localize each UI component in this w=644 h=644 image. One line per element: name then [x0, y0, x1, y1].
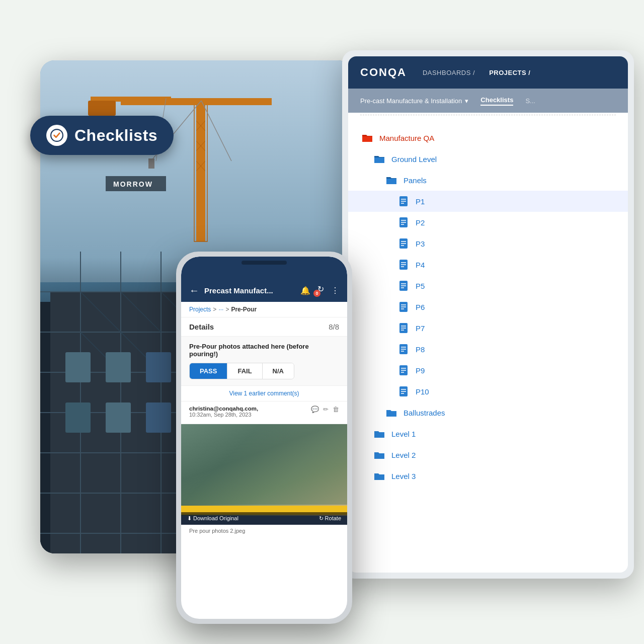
comment-icon[interactable]: 💬 — [311, 406, 319, 413]
checklists-badge: Checklists — [30, 116, 174, 155]
tree-item-p7[interactable]: P7 — [348, 317, 628, 339]
document-blue-icon-p2 — [396, 217, 411, 228]
svg-rect-42 — [65, 403, 91, 433]
tree-label-p2: P2 — [416, 218, 425, 227]
folder-blue-icon-level2 — [372, 449, 386, 460]
pass-button[interactable]: PASS — [190, 363, 227, 379]
refresh-icon-container: ↻ 0 — [317, 284, 324, 297]
folder-blue-icon-ballustrades — [384, 407, 398, 418]
tree-label-ground-level: Ground Level — [391, 155, 437, 164]
phone-photo: ⬇ Download Original ↻ Rotate — [181, 424, 347, 525]
svg-rect-38 — [65, 352, 91, 382]
edit-icon[interactable]: ✏ — [323, 406, 329, 413]
tree-label-panels: Panels — [404, 176, 427, 185]
tree-item-manufacture-qa[interactable]: Manufacture QA — [348, 127, 628, 148]
comment-author-info: christina@conqahq.com, 10:32am, Sep 28th… — [189, 406, 258, 418]
tree-item-p6[interactable]: P6 — [348, 296, 628, 317]
subnav-tab-other[interactable]: S... — [525, 97, 535, 105]
document-blue-icon-p5 — [396, 280, 411, 291]
phone-card: ← Precast Manufact... 🔔 ↻ 0 ⋮ Projects >… — [176, 252, 352, 624]
more-icon[interactable]: ⋮ — [331, 286, 339, 295]
comment-header: christina@conqahq.com, 10:32am, Sep 28th… — [189, 406, 339, 418]
breadcrumb-ellipsis[interactable]: ··· — [218, 306, 223, 313]
folder-open-red-icon — [360, 132, 374, 143]
tree-item-p4[interactable]: P4 — [348, 254, 628, 275]
subnav-tab-checklists[interactable]: Checklists — [480, 96, 513, 106]
tablet-tree: Manufacture QA Ground Level — [348, 117, 628, 573]
tree-item-level2[interactable]: Level 2 — [348, 444, 628, 465]
svg-text:MORROW: MORROW — [113, 180, 153, 188]
document-blue-icon-p10 — [396, 386, 411, 397]
document-blue-icon-p8 — [396, 344, 411, 355]
breadcrumb-projects[interactable]: Projects — [189, 306, 211, 313]
tree-label-ballustrades: Ballustrades — [404, 409, 445, 417]
svg-rect-44 — [146, 403, 171, 433]
divider — [360, 115, 616, 115]
subnav-project-dropdown[interactable]: Pre-cast Manufacture & Installation ▾ — [360, 97, 468, 105]
tree-item-level3[interactable]: Level 3 — [348, 465, 628, 487]
folder-blue-icon-level3 — [372, 470, 386, 481]
tree-label-level2: Level 2 — [391, 451, 416, 459]
tree-item-ground-level[interactable]: Ground Level — [348, 148, 628, 170]
document-blue-icon-p1 — [396, 196, 411, 207]
tree-item-p3[interactable]: P3 — [348, 233, 628, 254]
tree-item-p1[interactable]: P1 — [348, 191, 628, 212]
bell-icon[interactable]: 🔔 — [300, 286, 310, 295]
document-blue-icon-p9 — [396, 365, 411, 376]
svg-rect-40 — [146, 352, 171, 382]
na-button[interactable]: N/A — [263, 363, 294, 379]
tree-label-manufacture-qa: Manufacture QA — [379, 134, 434, 142]
tree-label-p1: P1 — [416, 197, 425, 206]
tree-item-ballustrades[interactable]: Ballustrades — [348, 402, 628, 423]
fail-button[interactable]: FAIL — [227, 363, 262, 379]
svg-rect-43 — [106, 403, 131, 433]
tree-item-panels[interactable]: Panels — [348, 170, 628, 191]
tree-label-p6: P6 — [416, 303, 425, 311]
download-original-button[interactable]: ⬇ Download Original — [187, 515, 238, 522]
tablet-nav-dashboards[interactable]: DASHBOARDS / — [423, 69, 475, 76]
rotate-button[interactable]: ↻ Rotate — [319, 515, 341, 522]
tree-item-level1[interactable]: Level 1 — [348, 423, 628, 444]
refresh-icon[interactable]: ↻ — [317, 285, 324, 293]
phone-back-button[interactable]: ← — [189, 285, 199, 296]
comment-time: 10:32am, Sep 28th, 2023 — [189, 412, 258, 418]
folder-blue-icon-level1 — [372, 428, 386, 439]
tree-label-level3: Level 3 — [391, 472, 416, 480]
tablet-nav-projects[interactable]: PROJECTS / — [489, 69, 530, 76]
photo-overlay-bar: ⬇ Download Original ↻ Rotate — [181, 512, 347, 525]
rebar-grid — [181, 424, 347, 505]
document-blue-icon-p3 — [396, 238, 411, 249]
checklist-icon — [46, 125, 67, 146]
tree-label-p4: P4 — [416, 261, 425, 269]
delete-icon[interactable]: 🗑 — [333, 406, 339, 413]
tablet-logo: CONQA — [360, 66, 407, 79]
breadcrumb-current: Pre-Pour — [231, 306, 257, 313]
phone-nav-row: ← Precast Manufact... 🔔 ↻ 0 ⋮ — [181, 284, 347, 297]
document-blue-icon-p6 — [396, 301, 411, 312]
tablet-nav-items: DASHBOARDS / PROJECTS / — [423, 69, 531, 76]
phone-section-header: Details 8/8 — [181, 317, 347, 337]
svg-rect-7 — [148, 158, 154, 169]
tree-item-p2[interactable]: P2 — [348, 212, 628, 233]
tree-item-p9[interactable]: P9 — [348, 360, 628, 381]
document-blue-icon-p7 — [396, 323, 411, 334]
view-comments-link[interactable]: View 1 earlier comment(s) — [181, 386, 347, 401]
tree-label-p8: P8 — [416, 345, 425, 354]
svg-line-5 — [201, 101, 231, 161]
phone-nav-icons: 🔔 ↻ 0 ⋮ — [300, 284, 339, 297]
pass-fail-buttons: PASS FAIL N/A — [189, 363, 294, 379]
svg-rect-10 — [88, 101, 116, 116]
tablet-subnav: Pre-cast Manufacture & Installation ▾ Ch… — [348, 89, 628, 113]
comment-action-icons: 💬 ✏ 🗑 — [311, 406, 339, 413]
folder-open-blue-icon — [372, 153, 386, 165]
tree-item-p5[interactable]: P5 — [348, 275, 628, 296]
tree-item-p8[interactable]: P8 — [348, 339, 628, 360]
subnav-project-label: Pre-cast Manufacture & Installation — [360, 97, 462, 105]
chevron-down-icon: ▾ — [465, 97, 468, 105]
document-blue-icon-p4 — [396, 259, 411, 270]
phone-nav-title: Precast Manufact... — [204, 286, 295, 295]
svg-rect-0 — [196, 101, 205, 242]
tree-item-p10[interactable]: P10 — [348, 381, 628, 402]
section-count: 8/8 — [329, 323, 339, 331]
tree-label-p9: P9 — [416, 366, 425, 375]
